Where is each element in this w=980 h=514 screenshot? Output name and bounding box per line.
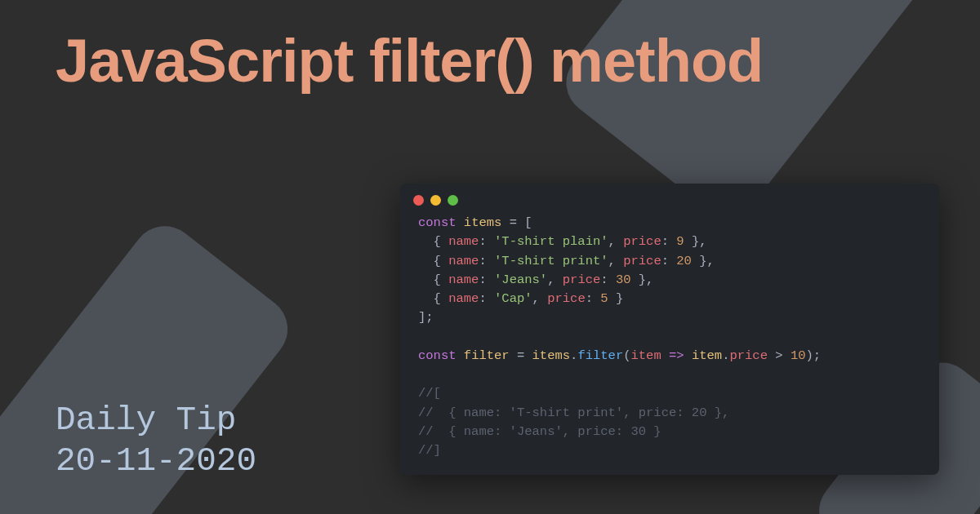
window-controls <box>400 193 939 214</box>
variable: item <box>692 348 722 363</box>
punct: }, <box>631 273 654 287</box>
punct: : <box>586 291 601 306</box>
punct: , <box>608 254 624 268</box>
punct: : <box>479 254 494 268</box>
comment: // { name: 'Jeans', price: 30 } <box>418 424 662 439</box>
number: 9 <box>676 234 684 249</box>
punct: { <box>418 254 448 268</box>
number: 10 <box>791 348 806 363</box>
punct: : <box>662 254 677 268</box>
function: filter <box>577 348 623 363</box>
punct: : <box>479 273 494 287</box>
punct: } <box>608 291 624 306</box>
string: 'T-shirt print' <box>494 254 608 268</box>
punct: : <box>479 234 494 249</box>
punct: }, <box>692 254 715 268</box>
maximize-icon <box>448 195 458 206</box>
prop: price <box>623 254 662 268</box>
punct: : <box>479 291 494 306</box>
param: item <box>631 348 662 363</box>
variable: items <box>464 215 502 230</box>
operator: > <box>768 348 791 363</box>
prop: price <box>547 291 586 306</box>
close-icon <box>413 195 424 206</box>
number: 20 <box>676 254 692 268</box>
keyword: const <box>418 348 457 363</box>
string: 'Jeans' <box>494 273 547 287</box>
punct: , <box>608 234 624 249</box>
subtitle: Daily Tip 20-11-2020 <box>56 400 256 481</box>
prop: price <box>563 273 601 287</box>
variable: items <box>532 348 571 363</box>
punct: . <box>570 348 577 363</box>
keyword: const <box>418 215 457 230</box>
punct: ); <box>806 348 822 363</box>
punct: = <box>510 348 532 363</box>
prop: name <box>448 273 479 287</box>
variable: filter <box>464 348 510 363</box>
number: 30 <box>616 273 631 287</box>
subtitle-date: 20-11-2020 <box>56 441 256 481</box>
punct: ( <box>623 348 630 363</box>
punct: , <box>547 273 563 287</box>
comment: //] <box>418 443 441 458</box>
comment: //[ <box>418 386 441 401</box>
prop: name <box>448 254 479 268</box>
prop: name <box>448 291 479 306</box>
subtitle-label: Daily Tip <box>56 400 256 441</box>
number: 5 <box>600 291 608 306</box>
punct: : <box>662 234 677 249</box>
punct: { <box>418 291 448 306</box>
prop: name <box>448 234 479 249</box>
string: 'T-shirt plain' <box>494 234 608 249</box>
code-block: const items = [ { name: 'T-shirt plain',… <box>400 214 939 460</box>
string: 'Cap' <box>494 291 532 306</box>
code-window: const items = [ { name: 'T-shirt plain',… <box>400 184 939 475</box>
comment: // { name: 'T-shirt print', price: 20 }, <box>418 405 729 420</box>
page-title: JavaScript filter() method <box>56 26 763 95</box>
punct: = [ <box>501 215 532 230</box>
punct: { <box>418 234 448 249</box>
punct: , <box>532 291 548 306</box>
punct: { <box>418 273 448 287</box>
punct: }, <box>684 234 707 249</box>
punct: : <box>600 273 616 287</box>
arrow: => <box>662 348 692 363</box>
prop: price <box>623 234 662 249</box>
punct: ]; <box>418 310 434 325</box>
prop: price <box>729 348 768 363</box>
minimize-icon <box>430 195 441 206</box>
